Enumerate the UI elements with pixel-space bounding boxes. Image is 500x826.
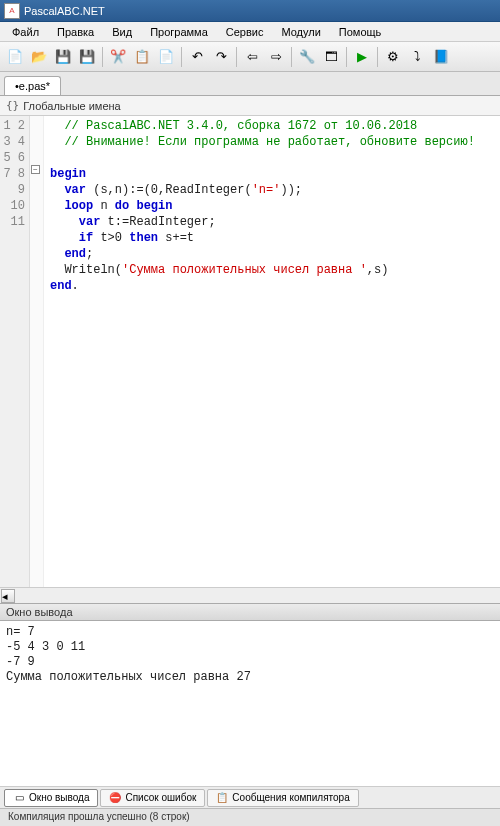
bottom-tabbar: ▭ Окно вывода ⛔ Список ошибок 📋 Сообщени… xyxy=(0,786,500,808)
output-line: -7 9 xyxy=(6,655,35,669)
output-icon: ▭ xyxy=(13,792,25,804)
window-title: PascalABC.NET xyxy=(24,5,105,17)
output-line: -5 4 3 0 11 xyxy=(6,640,85,654)
separator xyxy=(291,47,292,67)
menu-program[interactable]: Программа xyxy=(142,24,216,40)
scope-bar[interactable]: {} Глобальные имена xyxy=(0,96,500,116)
horizontal-scrollbar[interactable]: ◂ xyxy=(0,587,500,603)
run-icon[interactable]: ▶ xyxy=(351,46,373,68)
form-icon[interactable]: 🗔 xyxy=(320,46,342,68)
separator xyxy=(377,47,378,67)
scroll-left-icon[interactable]: ◂ xyxy=(1,589,15,603)
save-all-icon[interactable]: 💾 xyxy=(76,46,98,68)
code-area[interactable]: // PascalABC.NET 3.4.0, сборка 1672 от 1… xyxy=(44,116,500,587)
doc-icon[interactable]: 📘 xyxy=(430,46,452,68)
separator xyxy=(236,47,237,67)
braces-icon: {} xyxy=(6,99,19,112)
tab-label: •e.pas* xyxy=(15,80,50,92)
separator xyxy=(346,47,347,67)
statusbar: Компиляция прошла успешно (8 строк) xyxy=(0,808,500,826)
status-text: Компиляция прошла успешно (8 строк) xyxy=(8,811,190,822)
fold-toggle-icon[interactable]: − xyxy=(31,165,40,174)
separator xyxy=(181,47,182,67)
output-panel[interactable]: n= 7 -5 4 3 0 11 -7 9 Сумма положительны… xyxy=(0,621,500,786)
properties-icon[interactable]: 🔧 xyxy=(296,46,318,68)
step-icon[interactable]: ⤵ xyxy=(406,46,428,68)
menu-edit[interactable]: Правка xyxy=(49,24,102,40)
code-editor[interactable]: 1 2 3 4 5 6 7 8 9 10 11 − // PascalABC.N… xyxy=(0,116,500,587)
output-line: n= 7 xyxy=(6,625,35,639)
menu-view[interactable]: Вид xyxy=(104,24,140,40)
output-line: Сумма положительных чисел равна 27 xyxy=(6,670,251,684)
tab-compiler-messages[interactable]: 📋 Сообщения компилятора xyxy=(207,789,358,807)
fold-column: − xyxy=(30,116,44,587)
output-panel-title: Окно вывода xyxy=(0,603,500,621)
new-file-icon[interactable]: 📄 xyxy=(4,46,26,68)
file-tab[interactable]: •e.pas* xyxy=(4,76,61,95)
tab-output[interactable]: ▭ Окно вывода xyxy=(4,789,98,807)
menu-service[interactable]: Сервис xyxy=(218,24,272,40)
nav-forward-icon[interactable]: ⇨ xyxy=(265,46,287,68)
save-icon[interactable]: 💾 xyxy=(52,46,74,68)
paste-icon[interactable]: 📄 xyxy=(155,46,177,68)
redo-icon[interactable]: ↷ xyxy=(210,46,232,68)
errors-icon: ⛔ xyxy=(109,792,121,804)
separator xyxy=(102,47,103,67)
titlebar: A PascalABC.NET xyxy=(0,0,500,22)
tab-errors[interactable]: ⛔ Список ошибок xyxy=(100,789,205,807)
app-icon: A xyxy=(4,3,20,19)
scope-label: Глобальные имена xyxy=(23,100,121,112)
open-file-icon[interactable]: 📂 xyxy=(28,46,50,68)
undo-icon[interactable]: ↶ xyxy=(186,46,208,68)
toolbar: 📄 📂 💾 💾 ✂️ 📋 📄 ↶ ↷ ⇦ ⇨ 🔧 🗔 ▶ ⚙ ⤵ 📘 xyxy=(0,42,500,72)
compile-icon[interactable]: ⚙ xyxy=(382,46,404,68)
menu-help[interactable]: Помощь xyxy=(331,24,390,40)
menu-file[interactable]: Файл xyxy=(4,24,47,40)
cut-icon[interactable]: ✂️ xyxy=(107,46,129,68)
messages-icon: 📋 xyxy=(216,792,228,804)
editor-tabbar: •e.pas* xyxy=(0,72,500,96)
copy-icon[interactable]: 📋 xyxy=(131,46,153,68)
menubar: Файл Правка Вид Программа Сервис Модули … xyxy=(0,22,500,42)
line-gutter: 1 2 3 4 5 6 7 8 9 10 11 xyxy=(0,116,30,587)
nav-back-icon[interactable]: ⇦ xyxy=(241,46,263,68)
menu-modules[interactable]: Модули xyxy=(273,24,328,40)
